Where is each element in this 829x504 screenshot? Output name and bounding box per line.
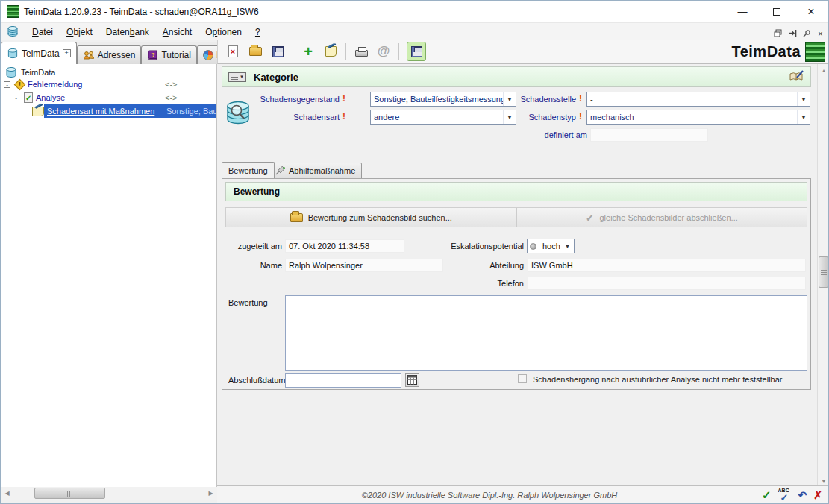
title-bar: TeimData 1.20.9.23 - TeimData - schaden@…: [1, 1, 828, 23]
object-tabstrip: TeimData + Adressen ? Tutorial Re ◀ ▶: [1, 42, 217, 64]
mandatory-icon: !: [579, 111, 582, 122]
brand-name: TeimData: [731, 43, 801, 60]
combo-widget-icon: ▼: [228, 72, 246, 82]
schadensart-label: Schadensart: [233, 113, 340, 122]
printer-icon: [355, 50, 368, 57]
abschlussdatum-input[interactable]: [285, 373, 401, 388]
schadensart-select[interactable]: andere ▼: [370, 110, 516, 125]
database-icon: [4, 66, 18, 78]
print-button[interactable]: [354, 44, 369, 59]
tab-label: Adressen: [98, 50, 136, 60]
scroll-right-icon[interactable]: ▶: [204, 487, 217, 500]
schadenstyp-label: Schadenstyp: [515, 113, 576, 122]
scrollbar-thumb[interactable]: [34, 488, 105, 499]
syringe-icon: [275, 166, 286, 175]
edit-notes-icon[interactable]: [788, 69, 804, 84]
restore-pane-icon[interactable]: [773, 28, 783, 38]
new-note-button[interactable]: [323, 44, 338, 59]
mandatory-icon: !: [579, 93, 582, 104]
brand-area: TeimData: [731, 42, 828, 62]
at-icon: @: [378, 44, 390, 59]
save-button[interactable]: [270, 44, 285, 59]
analyse-doc-icon: ✓: [24, 92, 33, 103]
tab-tutorial[interactable]: ? Tutorial: [141, 45, 197, 64]
plus-icon: +: [304, 45, 313, 58]
quick-save-button[interactable]: [407, 42, 426, 61]
confirm-icon[interactable]: ✓: [762, 488, 772, 502]
menu-objekt[interactable]: Objekt: [60, 25, 99, 40]
delete-record-button[interactable]: ×: [225, 44, 240, 59]
pin-pane-icon[interactable]: [801, 28, 811, 38]
dropdown-arrow-icon: ▼: [797, 92, 810, 106]
pane-controls: ×: [773, 28, 825, 38]
open-folder-icon: [249, 47, 262, 56]
eskalationspotential-select[interactable]: hoch ▼: [527, 239, 575, 253]
menu-datei[interactable]: Datei: [25, 25, 60, 40]
definiert-am-label: definiert am: [501, 130, 587, 139]
menu-hilfe[interactable]: ?: [248, 25, 267, 40]
tab-bewertung[interactable]: Bewertung: [222, 162, 275, 178]
suchen-button[interactable]: Bewertung zum Schadensbild suchen...: [226, 208, 516, 227]
copyright-text: ©2020 ISW industrielle Software Dipl.-In…: [217, 491, 762, 500]
scrollbar-track[interactable]: [13, 487, 204, 500]
dropdown-arrow-icon: ▼: [503, 92, 516, 106]
tree-item-fehlermeldung[interactable]: - ! Fehlermeldung <->: [1, 78, 216, 91]
scrollbar-thumb[interactable]: [819, 256, 828, 288]
expand-tree-icon[interactable]: +: [63, 49, 71, 57]
menu-bar: Datei Objekt Datenbank Ansicht Optionen …: [1, 23, 828, 40]
undo-icon[interactable]: ↶: [798, 489, 807, 501]
window-controls: — ×: [725, 1, 828, 23]
abteilung-field: ISW GmbH: [528, 259, 806, 272]
schadenstyp-select[interactable]: mechanisch ▼: [586, 110, 810, 125]
calendar-button[interactable]: [405, 373, 419, 387]
tree-item-analyse[interactable]: - ✓ Analyse <->: [1, 91, 216, 104]
scroll-up-icon[interactable]: ▲: [818, 64, 829, 76]
delete-record-icon: ×: [228, 45, 238, 57]
menu-datenbank[interactable]: Datenbank: [99, 25, 156, 40]
scroll-left-icon[interactable]: ◀: [1, 487, 13, 500]
spellcheck-icon[interactable]: ABC ✓: [778, 489, 792, 501]
collapse-icon[interactable]: -: [4, 81, 10, 88]
note-pen-icon: [32, 107, 44, 116]
tree-horizontal-scrollbar[interactable]: ◀ ▶: [1, 487, 217, 500]
abschlussdatum-label: Abschlußdatum: [228, 376, 288, 385]
open-button[interactable]: [248, 44, 263, 59]
save-icon: [411, 46, 422, 57]
cancel-icon[interactable]: ✗: [813, 489, 822, 501]
minimize-button[interactable]: —: [725, 1, 760, 23]
name-field: Ralph Wolpensinger: [285, 259, 443, 272]
kategorie-title: Kategorie: [254, 72, 298, 83]
schadensstelle-label: Schadensstelle: [515, 95, 576, 104]
menu-optionen[interactable]: Optionen: [198, 25, 248, 40]
tree-item-label: Analyse: [36, 93, 65, 102]
tree-item-label: Fehlermeldung: [28, 80, 82, 89]
feststellbar-checkbox[interactable]: [518, 374, 527, 383]
svg-text:?: ?: [151, 51, 155, 58]
close-pane-icon[interactable]: ×: [816, 28, 825, 38]
schadensstelle-select[interactable]: - ▼: [586, 92, 810, 107]
collapse-icon[interactable]: -: [13, 95, 19, 101]
tab-abhilfemassnahme[interactable]: Abhilfemaßnahme: [269, 163, 362, 178]
main-vertical-scrollbar[interactable]: ▲ ▼: [817, 64, 829, 487]
bewertung-buttonrow: Bewertung zum Schadensbild suchen... ✓ g…: [225, 207, 807, 227]
people-icon: [83, 51, 95, 60]
bewertung-textarea[interactable]: [285, 295, 807, 371]
schadensgegenstand-select[interactable]: Sonstige; Bauteilfestigkeitsmessung; Bau…: [370, 92, 516, 107]
abschliessen-button[interactable]: ✓ gleiche Schadensbilder abschließen...: [517, 208, 807, 227]
dropdown-arrow-icon: ▼: [561, 239, 574, 253]
tab-teimdata[interactable]: TeimData +: [1, 42, 77, 64]
kategorie-header: ▼ Kategorie: [222, 66, 811, 87]
tree-item-schadensart-selected[interactable]: Schadensart mit Maßnahmen Sonstige; Bau: [1, 104, 216, 118]
email-button[interactable]: @: [376, 44, 391, 59]
close-button[interactable]: ×: [794, 1, 828, 23]
schadensgegenstand-label: Schadensgegenstand: [233, 95, 340, 104]
tab-adressen[interactable]: Adressen: [77, 45, 142, 64]
add-button[interactable]: +: [301, 44, 316, 59]
tab-label: Bewertung: [228, 166, 268, 175]
dock-pane-icon[interactable]: [787, 28, 797, 38]
mandatory-icon: !: [342, 93, 345, 104]
menu-ansicht[interactable]: Ansicht: [156, 25, 198, 40]
maximize-button[interactable]: [760, 1, 794, 23]
tab-label: TeimData: [22, 48, 60, 59]
bewertung-header: Bewertung: [225, 182, 807, 201]
